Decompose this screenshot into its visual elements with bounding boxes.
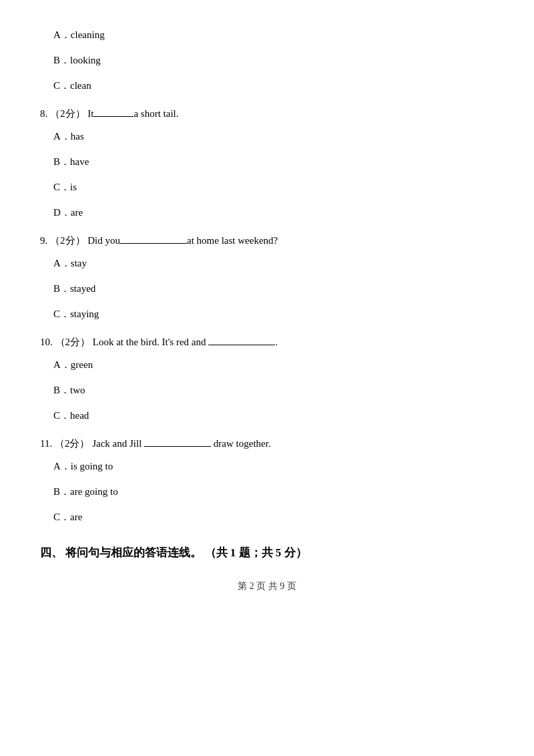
q11-option-b: B．are going to [53, 484, 494, 500]
q10-option-c: C．head [53, 407, 494, 423]
q10-option-a: A．green [53, 357, 494, 373]
q10-option-b: B．two [53, 382, 494, 398]
q7-option-b-text: looking [70, 55, 101, 65]
q9-text: Did you [87, 235, 120, 246]
q7-option-b: B．looking [53, 52, 494, 68]
q9-option-c-text: staying [70, 309, 99, 319]
section-text: 将问句与相应的答语连线。 [65, 546, 202, 559]
q8-option-d-label: D． [53, 207, 71, 218]
q8-option-a-label: A． [53, 131, 71, 142]
q7-option-c: C．clean [53, 77, 494, 93]
q11-question: 11. （2分） Jack and Jill draw together. [40, 435, 494, 451]
q8-text: It [87, 108, 93, 119]
q9-score: （2分） [50, 235, 85, 246]
q11-option-b-label: B． [53, 486, 70, 497]
q11-blank [144, 446, 211, 447]
q10-rest: . [275, 337, 278, 347]
q11-option-c: C．are [53, 509, 494, 525]
q10-question: 10. （2分） Look at the bird. It's red and … [40, 334, 494, 350]
q11-option-a-label: A． [53, 461, 71, 471]
q10-option-b-label: B． [53, 385, 70, 395]
q8-option-a-text: has [71, 131, 84, 142]
q8-block: 8. （2分） Ita short tail. A．has B．have C．i… [40, 106, 494, 220]
q11-option-a: A．is going to [53, 458, 494, 474]
q10-blank [208, 345, 275, 345]
q8-question: 8. （2分） Ita short tail. [40, 106, 494, 122]
q11-text: Jack and Jill [92, 438, 142, 449]
q8-option-c-label: C． [53, 182, 70, 192]
q8-option-d-text: are [71, 207, 83, 218]
q9-option-c: C．staying [53, 306, 494, 322]
q9-number: 9. [40, 235, 47, 246]
q9-option-a-text: stay [71, 258, 87, 268]
q7-option-b-label: B． [53, 55, 70, 65]
q7-option-a-text: cleaning [71, 29, 105, 40]
q9-option-a-label: A． [53, 258, 71, 268]
q9-option-c-label: C． [53, 309, 70, 319]
q7-option-c-label: C． [53, 80, 70, 91]
q10-option-c-label: C． [53, 410, 70, 421]
q7-option-c-text: clean [70, 80, 91, 91]
q10-block: 10. （2分） Look at the bird. It's red and … [40, 334, 494, 423]
q11-rest: draw together. [214, 438, 271, 449]
q10-option-c-text: head [70, 410, 89, 421]
q11-option-a-text: is going to [71, 461, 113, 471]
section-score-info: （共 1 题；共 5 分） [205, 546, 307, 559]
q11-option-c-label: C． [53, 512, 70, 522]
q8-rest: a short tail. [134, 108, 178, 119]
q11-option-c-text: are [70, 512, 82, 522]
q7-options-block: A．cleaning B．looking C．clean [40, 27, 494, 93]
q8-option-c: C．is [53, 179, 494, 195]
q10-text: Look at the bird. It's red and [93, 337, 206, 347]
q7-option-a: A．cleaning [53, 27, 494, 43]
q8-score: （2分） [50, 108, 85, 119]
section-number: 四、 [40, 546, 63, 559]
q10-score: （2分） [55, 337, 91, 347]
q9-block: 9. （2分） Did youat home last weekend? A．s… [40, 232, 494, 322]
q10-number: 10. [40, 337, 53, 347]
q9-option-a: A．stay [53, 255, 494, 271]
footer-text: 第 2 页 共 9 页 [238, 581, 296, 591]
q8-option-b-text: have [70, 156, 89, 167]
q8-option-b-label: B． [53, 156, 70, 167]
q11-score: （2分） [55, 438, 90, 449]
q9-option-b-text: stayed [70, 283, 95, 294]
q8-option-a: A．has [53, 128, 494, 144]
q11-block: 11. （2分） Jack and Jill draw together. A．… [40, 435, 494, 525]
q8-option-b: B．have [53, 154, 494, 170]
q10-option-b-text: two [70, 385, 85, 395]
q9-option-b-label: B． [53, 283, 70, 294]
q8-blank [93, 116, 134, 117]
q7-option-a-label: A． [53, 29, 71, 40]
q8-option-c-text: is [70, 182, 77, 192]
q8-number: 8. [40, 108, 47, 119]
q9-question: 9. （2分） Did youat home last weekend? [40, 232, 494, 248]
q11-option-b-text: are going to [70, 486, 118, 497]
q9-option-b: B．stayed [53, 280, 494, 297]
q8-option-d: D．are [53, 204, 494, 220]
q10-option-a-text: green [71, 359, 93, 370]
page-footer: 第 2 页 共 9 页 [40, 580, 494, 592]
q9-blank [120, 243, 187, 244]
q9-rest: at home last weekend? [187, 235, 278, 246]
section-four-header: 四、 将问句与相应的答语连线。 （共 1 题；共 5 分） [40, 545, 494, 560]
q11-number: 11. [40, 438, 52, 449]
q10-option-a-label: A． [53, 359, 71, 370]
